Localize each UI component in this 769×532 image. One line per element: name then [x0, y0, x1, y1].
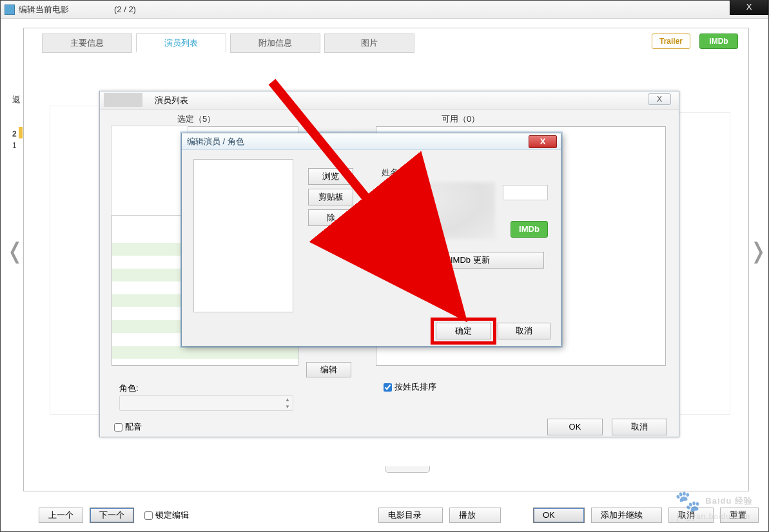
imdb-button[interactable]: IMDb	[699, 33, 738, 49]
bottom-toolbar: 上一个 下一个 锁定编辑 电影目录 播放 OK 添加并继续 取消 重置	[10, 506, 759, 525]
edit-dialog-close-button[interactable]: X	[529, 135, 557, 148]
prev-movie-button[interactable]: 上一个	[39, 508, 83, 523]
window-count: (2 / 2)	[114, 5, 136, 14]
window-titlebar[interactable]: 编辑当前电影 (2 / 2) X	[1, 1, 768, 19]
paw-icon: 🐾	[675, 489, 701, 513]
browse-button[interactable]: 浏览	[308, 168, 353, 185]
edit-dialog-body: 浏览 剪贴板 除 姓名: IMDb 从 IMDb 更新 确定 取消	[182, 150, 561, 346]
outer-window: 编辑当前电影 (2 / 2) X 返 2 1 主要信息 演员列表 附加信息 图片…	[0, 0, 769, 532]
role-input[interactable]: ▲▼	[119, 395, 293, 411]
role-spinner[interactable]: ▲▼	[283, 397, 292, 411]
lock-edit-input[interactable]	[144, 511, 153, 520]
watermark-brand: Baidu 经验	[705, 495, 753, 507]
actor-dialog-titlebar[interactable]: 演员列表 X	[100, 91, 679, 109]
window-title: 编辑当前电影	[19, 4, 69, 15]
actor-dialog-cancel-button[interactable]: 取消	[612, 419, 667, 435]
photo-action-column: 浏览 剪贴板 除	[308, 168, 353, 226]
row-number-2: 2	[12, 129, 17, 138]
edit-dialog-title: 编辑演员 / 角色	[187, 136, 244, 147]
sort-by-surname-checkbox[interactable]: 按姓氏排序	[384, 381, 436, 393]
bottom-ok-button[interactable]: OK	[533, 508, 585, 523]
clipboard-button[interactable]: 剪贴板	[308, 189, 353, 205]
actor-dialog-ok-button[interactable]: OK	[547, 419, 603, 435]
edit-actor-button[interactable]: 编辑	[306, 362, 351, 377]
voice-checkbox[interactable]: 配音	[114, 421, 142, 433]
edit-actor-dialog: 编辑演员 / 角色 X 浏览 剪贴板 除 姓名: IMDb 从 IMDb 更新 …	[181, 133, 561, 347]
tab-actor-list[interactable]: 演员列表	[136, 33, 226, 53]
prev-arrow[interactable]: ❬	[6, 236, 21, 268]
row-highlight	[19, 127, 23, 138]
lock-edit-label: 锁定编辑	[155, 509, 189, 521]
role-label: 角色:	[119, 383, 139, 394]
left-back-fragment: 返	[12, 94, 21, 106]
right-thumb-column	[672, 112, 730, 415]
trailer-button[interactable]: Trailer	[652, 33, 690, 49]
remove-button[interactable]: 除	[308, 209, 353, 226]
play-button[interactable]: 播放	[449, 508, 501, 523]
imdb-lookup-button[interactable]: IMDb	[511, 221, 548, 238]
add-and-continue-button[interactable]: 添加并继续	[591, 508, 662, 523]
tab-bar: 主要信息 演员列表 附加信息 图片	[24, 28, 748, 53]
app-icon	[5, 5, 15, 15]
actor-dialog-title: 演员列表	[155, 95, 188, 106]
watermark-url: jingyan.baidu.com	[677, 512, 750, 521]
edit-dialog-titlebar[interactable]: 编辑演员 / 角色 X	[182, 133, 561, 150]
next-arrow[interactable]: ❭	[749, 236, 764, 268]
actor-dialog-close[interactable]: X	[648, 93, 671, 105]
tab-extra-info[interactable]: 附加信息	[230, 33, 320, 53]
actor-dialog-icon	[104, 93, 142, 107]
voice-label: 配音	[125, 421, 142, 433]
actor-photo-box	[193, 159, 293, 312]
actor-thumb	[111, 126, 188, 216]
watermark: 🐾 Baidu 经验	[675, 489, 753, 513]
tab-image[interactable]: 图片	[324, 33, 414, 53]
tab-main-info[interactable]: 主要信息	[42, 33, 132, 53]
confirm-button[interactable]: 确定	[436, 323, 491, 339]
row-number-1: 1	[12, 141, 17, 150]
cancel-button[interactable]: 取消	[498, 323, 550, 339]
selected-label: 选定（5）	[177, 113, 215, 125]
name-input[interactable]	[503, 185, 548, 200]
close-icon: X	[746, 0, 752, 14]
sort-checkbox-input[interactable]	[384, 383, 392, 392]
name-value-blurred	[382, 182, 495, 239]
name-label: 姓名:	[382, 167, 401, 178]
resize-handle[interactable]	[385, 466, 430, 473]
next-movie-button[interactable]: 下一个	[90, 508, 134, 523]
available-label: 可用（0）	[442, 113, 480, 125]
sort-label: 按姓氏排序	[394, 381, 436, 393]
voice-checkbox-input[interactable]	[114, 423, 122, 432]
lock-edit-checkbox[interactable]: 锁定编辑	[144, 509, 189, 521]
window-close-button[interactable]: X	[730, 0, 768, 15]
movie-catalog-button[interactable]: 电影目录	[378, 508, 443, 523]
update-from-imdb-button[interactable]: 从 IMDb 更新	[385, 252, 544, 269]
